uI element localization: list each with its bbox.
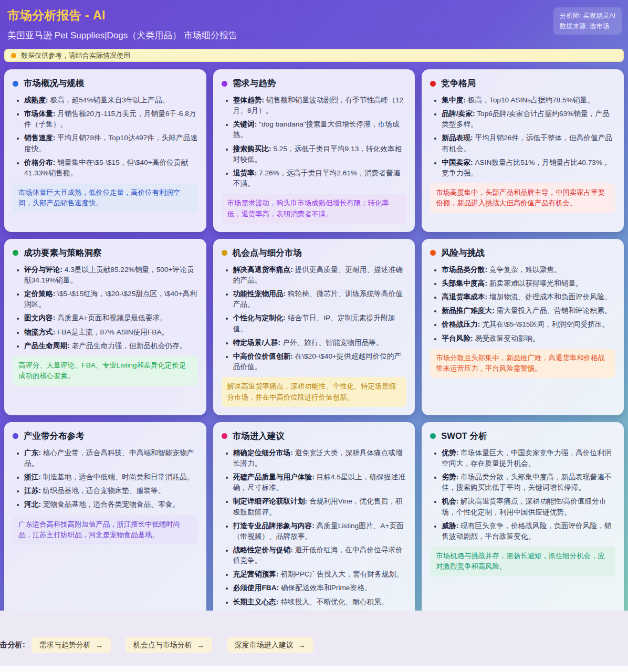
card-title: 风险与挑战 (430, 247, 615, 259)
card-opportunities: 机会点与细分市场解决高退货率痛点: 提供更高质量、更耐用、描述准确的产品。功能性… (213, 239, 415, 415)
card-bullets: 评分与评论: 4.3星以上贡献85.22%销量，500+评论贡献34.19%销量… (13, 265, 198, 351)
bullet-item: 市场体量: 月销售额20万-115万美元，月销量6千-6.8万件（子集）。 (24, 109, 198, 130)
bullet-item: 浙江: 制造基地，适合中低端、时尚类和日常消耗品。 (24, 472, 198, 482)
card-title-text: 机会点与细分市场 (233, 247, 302, 259)
card-title-text: 竞争格局 (441, 78, 476, 89)
card-dot-icon (13, 250, 18, 256)
bullet-item: 搜索购买比: 5.25，远低于类目平均9.13，转化效率相对较低。 (233, 144, 407, 165)
card-summary-highlight: 广东适合高科技高附加值产品，浙江擅长中低端时尚品，江苏主打纺织品，河北是宠物食品… (13, 515, 198, 545)
card-title-text: 产业带分布参考 (24, 430, 85, 442)
bullet-item: 新品表现: 平均月销26件，远低于整体，但高价值产品有机会。 (442, 133, 615, 154)
cards-grid: 市场概况与规模成熟度: 极高，超54%销量来自3年以上产品。市场体量: 月销售额… (4, 69, 624, 611)
bullet-item: 机会: 解决高退货率痛点，深耕功能性/高价值细分市场，个性化定制，利用中国供应链… (442, 496, 615, 517)
action-button-label: 需求与趋势分析 (39, 640, 91, 650)
bullet-item: 广东: 核心产业带，适合高科技、中高端和智能宠物产品。 (24, 448, 198, 469)
bullet-item: 退货率: 7.26%，远高于类目平均2.61%，消费者普遍不满。 (233, 168, 407, 189)
card-bullets: 集中度: 极高，Top10 ASINs占据约78.5%销量。品牌/卖家: Top… (430, 95, 615, 178)
bullet-item: 劣势: 市场品类分散，头部集中度高，新品表现普遍不佳，搜索购买比低于平均，关键词… (442, 472, 615, 493)
card-summary-highlight: 市场分散且头部集中，新品推广难，高退货率和价格战带来运营压力，平台风险需警惕。 (430, 349, 615, 379)
bullet-item: 个性化与定制化: 结合节日、IP、定制元素提升附加值。 (233, 313, 407, 334)
bullet-item: 销售速度: 平均月销78件，Top10达497件，头部产品速度快。 (24, 133, 198, 154)
bullet-item: 精确定位细分市场: 避免宽泛大类，深耕具体痛点或增长潜力。 (233, 448, 407, 469)
bullet-item: 死磕产品质量与用户体验: 目标4.5星以上，确保描述准确，尺寸标准。 (233, 472, 407, 493)
action-bar-label: 点击分析: (0, 640, 25, 650)
data-source-label: 数据来源: 选市场 (560, 21, 615, 32)
card-title-text: 市场概况与规模 (24, 78, 85, 89)
opportunity-market-analysis-button[interactable]: 机会点与市场分析→ (125, 637, 212, 653)
disclaimer-banner: 数据仅供参考，请结合实际情况使用 (4, 49, 624, 62)
arrow-right-icon: → (96, 641, 103, 649)
card-title: 竞争格局 (430, 78, 615, 89)
bullet-item: 优势: 市场体量巨大，中国卖家竞争力强，高价位利润空间大，存在质量提升机会。 (442, 448, 615, 469)
bullet-item: 整体趋势: 销售额和销量波动剧烈，有季节性高峰（12月、8月）。 (233, 95, 407, 116)
card-success-factors: 成功要素与策略洞察评分与评论: 4.3星以上贡献85.22%销量，500+评论贡… (4, 239, 206, 415)
bullet-item: 品牌/卖家: Top6品牌/卖家合计占据约63%销量，产品类型多样。 (442, 109, 615, 130)
report-page: 市场分析报告 - AI 美国亚马逊 Pet Supplies|Dogs（犬类用品… (0, 0, 628, 611)
bullet-item: 集中度: 极高，Top10 ASINs占据约78.5%销量。 (442, 95, 615, 106)
card-summary-highlight: 市场机遇与挑战并存，需扬长避短，抓住细分机会，应对激烈竞争和高风险。 (430, 547, 615, 576)
bullet-item: 功能性宠物用品: 狗轮椅、微芯片、训练系统等高价值产品。 (233, 289, 407, 310)
bullet-item: 关键词: "dog bandana"搜索量大但增长停滞，市场成熟。 (233, 119, 407, 140)
card-bullets: 整体趋势: 销售额和销量波动剧烈，有季节性高峰（12月、8月）。关键词: "do… (222, 95, 407, 189)
bullet-item: 威胁: 现有巨头竞争，价格战风险，负面评价风险，销售波动剧烈，平台政策变化。 (442, 521, 615, 542)
deep-market-entry-advice-button[interactable]: 深度市场进入建议→ (227, 637, 313, 653)
warning-dot-icon (11, 53, 16, 58)
bullet-item: 中国卖家: ASIN数量占比51%，月销量占比40.73%，竞争力强。 (442, 158, 615, 178)
card-bullets: 广东: 核心产业带，适合高科技、中高端和智能宠物产品。浙江: 制造基地，适合中低… (13, 448, 198, 510)
card-dot-icon (430, 81, 436, 87)
card-bullets: 市场品类分散: 竞争复杂，难以聚焦。头部集中度高: 新卖家难以获得曝光和销量。高… (430, 265, 615, 344)
card-summary-highlight: 高评分、大量评论、FBA、专业Listing和差异化定价是成功的核心要素。 (13, 356, 198, 386)
card-bullets: 解决高退货率痛点: 提供更高质量、更耐用、描述准确的产品。功能性宠物用品: 狗轮… (222, 265, 407, 372)
card-summary-highlight: 市场高度集中，头部产品和品牌主导，中国卖家占重要份额，新品进入挑战大但高价值产品… (430, 183, 615, 213)
card-title-text: 需求与趋势 (233, 78, 276, 89)
page-subtitle: 美国亚马逊 Pet Supplies|Dogs（犬类用品） 市场细分报告 (7, 29, 237, 41)
bullet-item: 定价策略: \$5-\$15红海，\$20-\$25甜点区，\$40+高利润区。 (24, 289, 198, 310)
action-button-label: 深度市场进入建议 (235, 640, 294, 650)
card-demand-trends: 需求与趋势整体趋势: 销售额和销量波动剧烈，有季节性高峰（12月、8月）。关键词… (213, 69, 415, 232)
header-left: 市场分析报告 - AI 美国亚马逊 Pet Supplies|Dogs（犬类用品… (7, 7, 237, 41)
card-summary-highlight: 市场需求波动，狗头巾市场成熟但增长有限；转化率低，退货率高，表明消费者不满。 (222, 194, 407, 224)
card-title: 市场进入建议 (222, 430, 407, 442)
bullet-item: 高退货率成本: 增加物流、处理成本和负面评价风险。 (442, 292, 615, 302)
bullet-item: 成熟度: 极高，超54%销量来自3年以上产品。 (24, 95, 198, 106)
bullet-item: 制定详细评论获取计划: 合规利用Vine，优化售后，积极鼓励留评。 (233, 496, 407, 517)
card-dot-icon (13, 433, 18, 439)
card-title: 市场概况与规模 (13, 78, 198, 89)
action-buttons: 需求与趋势分析→机会点与市场分析→深度市场进入建议→ (32, 637, 328, 653)
card-competition: 竞争格局集中度: 极高，Top10 ASINs占据约78.5%销量。品牌/卖家:… (422, 69, 624, 232)
analyst-label: 分析师: 卖家精灵AI (560, 10, 615, 21)
card-title: 需求与趋势 (222, 78, 407, 89)
card-title-text: 成功要素与策略洞察 (24, 247, 102, 259)
card-swot: SWOT 分析优势: 市场体量巨大，中国卖家竞争力强，高价位利润空间大，存在质量… (422, 422, 624, 611)
card-bullets: 成熟度: 极高，超54%销量来自3年以上产品。市场体量: 月销售额20万-115… (13, 95, 198, 178)
bullet-item: 价格战压力: 尤其在\$5-\$15区间，利润空间受挤压。 (442, 319, 615, 330)
bullet-item: 评分与评论: 4.3星以上贡献85.22%销量，500+评论贡献34.19%销量… (24, 265, 198, 286)
card-market-overview: 市场概况与规模成熟度: 极高，超54%销量来自3年以上产品。市场体量: 月销售额… (4, 69, 206, 232)
bullet-item: 产品生命周期: 老产品生命力强，但新品机会仍存。 (24, 341, 198, 351)
card-title-text: SWOT 分析 (441, 430, 487, 442)
card-bullets: 精确定位细分市场: 避免宽泛大类，深耕具体痛点或增长潜力。死磕产品质量与用户体验… (222, 448, 407, 607)
bullet-item: 长期主义心态: 持续投入、不断优化、耐心积累。 (233, 597, 407, 607)
card-risks: 风险与挑战市场品类分散: 竞争复杂，难以聚焦。头部集中度高: 新卖家难以获得曝光… (422, 239, 624, 415)
demand-trends-analysis-button[interactable]: 需求与趋势分析→ (32, 637, 111, 653)
card-dot-icon (222, 250, 227, 256)
card-dot-icon (430, 433, 436, 439)
card-title: 产业带分布参考 (13, 430, 198, 442)
page-title: 市场分析报告 - AI (7, 7, 237, 24)
arrow-right-icon: → (197, 641, 204, 649)
bullet-item: 必须使用FBA: 确保配送效率和Prime资格。 (233, 583, 407, 593)
bullet-item: 中高价位价值创新: 在\$20-\$40+提供超越同价位的产品价值。 (233, 351, 407, 372)
card-title: 机会点与细分市场 (222, 247, 407, 259)
action-bar: 点击分析: 需求与趋势分析→机会点与市场分析→深度市场进入建议→ (0, 611, 628, 672)
card-dot-icon (222, 433, 227, 439)
bullet-item: 平台风险: 易受政策变动影响。 (442, 333, 615, 344)
card-summary-highlight: 市场体量巨大且成熟，低价位走量，高价位有利润空间，头部产品销售速度快。 (13, 183, 198, 213)
card-title-text: 市场进入建议 (233, 430, 285, 442)
card-title-text: 风险与挑战 (441, 247, 485, 259)
bullet-item: 新品推广难度大: 需大量投入产品、营销和评论积累。 (442, 306, 615, 316)
card-entry-advice: 市场进入建议精确定位细分市场: 避免宽泛大类，深耕具体痛点或增长潜力。死磕产品质… (213, 422, 415, 611)
bullet-item: 充足营销预算: 初期PPC广告投入大，需有财务规划。 (233, 569, 407, 580)
report-meta-box: 分析师: 卖家精灵AI 数据来源: 选市场 (553, 7, 622, 35)
bottom-strip (0, 666, 628, 672)
bullet-item: 解决高退货率痛点: 提供更高质量、更耐用、描述准确的产品。 (233, 265, 407, 286)
